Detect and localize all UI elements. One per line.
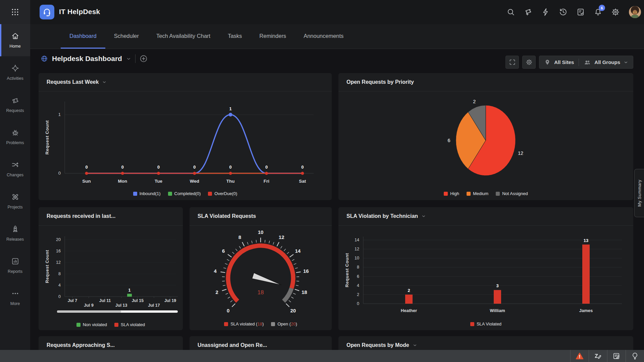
- legend-item[interactable]: SLA violated (18): [224, 321, 264, 326]
- svg-text:4: 4: [214, 268, 217, 274]
- legend-swatch: [114, 323, 118, 327]
- chevron-down-icon[interactable]: [413, 343, 417, 348]
- card-title: Open Requests by Mode: [346, 342, 409, 348]
- svg-text:2: 2: [408, 288, 410, 293]
- tab-reminders[interactable]: Reminders: [251, 24, 295, 49]
- scrollbar-thumb[interactable]: [57, 310, 121, 313]
- form-check-icon[interactable]: [576, 8, 585, 16]
- svg-text:18: 18: [258, 289, 264, 296]
- all-sites-button[interactable]: All Sites: [554, 59, 574, 65]
- chevron-down-icon[interactable]: [102, 80, 107, 84]
- feedback-icon[interactable]: [607, 350, 626, 362]
- legend-label: Non violated: [83, 322, 107, 327]
- legend-swatch: [444, 192, 448, 196]
- svg-text:0: 0: [157, 165, 160, 170]
- bolt-icon[interactable]: [541, 8, 550, 16]
- sidebar-item-releases[interactable]: Releases: [0, 217, 30, 249]
- svg-text:2: 2: [473, 99, 476, 104]
- chart-legend: SLA violated (18)Open (20): [190, 321, 332, 326]
- tab-dashboard[interactable]: Dashboard: [61, 24, 105, 49]
- legend-swatch: [208, 192, 212, 196]
- svg-text:James: James: [579, 308, 593, 313]
- sidebar-item-problems[interactable]: Problems: [0, 121, 30, 153]
- all-groups-button[interactable]: All Groups: [594, 59, 620, 65]
- history-icon[interactable]: [559, 8, 568, 16]
- user-avatar[interactable]: [629, 6, 641, 18]
- bulb-icon[interactable]: [626, 350, 644, 362]
- svg-text:20: 20: [290, 308, 296, 313]
- legend-item[interactable]: Inbound(1): [133, 191, 161, 196]
- svg-text:Request Count: Request Count: [344, 253, 350, 288]
- sidebar-item-reports[interactable]: Reports: [0, 249, 30, 282]
- fullscreen-button[interactable]: [505, 56, 519, 69]
- svg-text:12: 12: [56, 260, 61, 265]
- my-summary-tab[interactable]: My Summary: [634, 169, 644, 217]
- legend-item[interactable]: SLA violated: [114, 322, 145, 327]
- gear-icon[interactable]: [611, 8, 620, 16]
- legend-item[interactable]: Open (20): [271, 321, 297, 326]
- app-switcher-icon[interactable]: [0, 0, 30, 24]
- sidebar-item-label: Changes: [7, 173, 23, 177]
- add-dashboard-icon[interactable]: [140, 55, 148, 63]
- requests-icon: [11, 96, 19, 106]
- projects-icon: [11, 193, 19, 202]
- tab-announcements[interactable]: Announcements: [295, 24, 352, 49]
- svg-text:12: 12: [279, 234, 284, 240]
- app-title: IT HelpDesk: [59, 8, 100, 16]
- legend-item[interactable]: OverDue(0): [208, 191, 237, 196]
- app-logo-icon[interactable]: [40, 5, 54, 19]
- svg-text:0: 0: [58, 294, 61, 299]
- legend-item[interactable]: Not Assigned: [496, 191, 528, 196]
- sidebar-item-home[interactable]: Home: [0, 24, 30, 56]
- groups-chevron-icon[interactable]: [624, 60, 628, 65]
- svg-text:2: 2: [357, 292, 359, 297]
- bell-icon[interactable]: 6: [594, 8, 602, 16]
- gauge-chart: 0246810121416182018: [190, 226, 332, 326]
- chart-scrollbar[interactable]: [57, 310, 178, 313]
- legend-swatch: [168, 192, 172, 196]
- sidebar: HomeActivitiesRequestsProblemsChangesPro…: [0, 0, 30, 362]
- svg-text:0: 0: [85, 165, 88, 170]
- sidebar-item-requests[interactable]: Requests: [0, 88, 30, 121]
- card-title: Unassigned and Open Re...: [198, 342, 267, 348]
- chevron-down-icon[interactable]: [421, 214, 426, 219]
- svg-text:Wed: Wed: [190, 179, 199, 184]
- svg-text:12: 12: [518, 150, 523, 156]
- legend-swatch: [224, 322, 228, 326]
- svg-text:Heather: Heather: [401, 308, 417, 313]
- svg-text:Jul 11: Jul 11: [99, 298, 111, 303]
- dashboard-title-chevron-icon[interactable]: [126, 56, 131, 61]
- alert-icon[interactable]: [570, 350, 589, 362]
- legend-label: SLA violated (18): [230, 321, 264, 326]
- line-chart: 10Request CountSunMonTueWedThuFriSat0000…: [39, 92, 332, 200]
- svg-text:Sun: Sun: [82, 179, 91, 184]
- svg-text:13: 13: [584, 238, 588, 243]
- svg-text:0: 0: [227, 308, 229, 313]
- tab-tech-availability-chart[interactable]: Tech Availability Chart: [148, 24, 219, 49]
- dashboard-settings-button[interactable]: [522, 56, 536, 69]
- zia-icon[interactable]: [589, 350, 607, 362]
- sidebar-item-activities[interactable]: Activities: [0, 56, 30, 88]
- legend-item[interactable]: Medium: [467, 191, 488, 196]
- svg-text:Thu: Thu: [226, 179, 235, 184]
- legend-label: OverDue(0): [214, 191, 237, 196]
- problems-icon: [11, 128, 19, 138]
- svg-text:8: 8: [357, 265, 359, 269]
- legend-item[interactable]: Completed(0): [168, 191, 201, 196]
- legend-item[interactable]: High: [444, 191, 459, 196]
- svg-text:0: 0: [193, 165, 196, 170]
- notification-badge: 6: [599, 5, 605, 11]
- legend-item[interactable]: SLA Violated: [470, 321, 501, 326]
- sidebar-item-projects[interactable]: Projects: [0, 185, 30, 217]
- tab-tasks[interactable]: Tasks: [219, 24, 251, 49]
- ticket-add-icon[interactable]: [524, 8, 533, 16]
- legend-item[interactable]: Non violated: [76, 322, 107, 327]
- card-sla-violation-by-technician: SLA Violation by Technician 02468101214R…: [338, 207, 633, 330]
- sidebar-item-more[interactable]: More: [0, 282, 30, 314]
- search-icon[interactable]: [506, 8, 515, 16]
- sidebar-item-changes[interactable]: Changes: [0, 153, 30, 185]
- changes-icon: [11, 161, 19, 170]
- svg-text:Jul 19: Jul 19: [164, 298, 176, 303]
- tab-scheduler[interactable]: Scheduler: [105, 24, 148, 49]
- card-requests-last-week: Requests Last Week 10Request CountSunMon…: [39, 73, 332, 200]
